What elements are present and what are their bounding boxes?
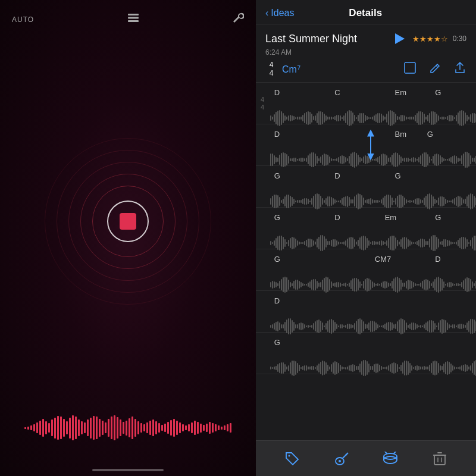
- track-row[interactable]: GCM7D: [256, 249, 476, 291]
- song-title: Last Summer Night: [265, 33, 357, 45]
- chevron-left-icon: ‹: [265, 8, 268, 18]
- track-content: GCM7D: [270, 252, 471, 288]
- time-signature: 4 4: [265, 61, 277, 77]
- wave-bar: [93, 416, 95, 440]
- wave-bar: [155, 421, 157, 434]
- wave-bar: [212, 423, 214, 433]
- duration-label: 0:30: [453, 35, 466, 43]
- wave-bar: [69, 418, 71, 439]
- wave-bar: [99, 419, 101, 437]
- wave-bar: [117, 417, 118, 439]
- track-row[interactable]: 44DCEmG: [256, 83, 476, 124]
- chord-label: C: [334, 88, 340, 97]
- record-icon: [120, 213, 136, 230]
- chord-label: D: [274, 88, 280, 97]
- wave-bar: [206, 424, 208, 432]
- wave-bar: [167, 422, 169, 434]
- track-waveform: [270, 359, 471, 377]
- wave-bar: [129, 418, 130, 437]
- drums-button[interactable]: [378, 447, 402, 471]
- wave-bar: [114, 415, 115, 440]
- chord-label: D: [274, 130, 280, 139]
- chord-label: G: [274, 255, 280, 264]
- svg-line-6: [342, 453, 348, 459]
- wave-bar: [179, 422, 181, 433]
- chord-label: Em: [385, 213, 397, 222]
- chord-label: Bm: [395, 130, 407, 139]
- wave-bar: [63, 419, 65, 437]
- left-waveform: [0, 409, 256, 476]
- wave-bar: [230, 423, 231, 433]
- chord-label: G: [435, 213, 441, 222]
- wave-bar: [197, 422, 199, 434]
- chord-label: G: [274, 338, 280, 347]
- menu-icon[interactable]: [127, 12, 140, 26]
- wave-bar: [170, 420, 172, 436]
- track-row[interactable]: GDG: [256, 166, 476, 208]
- left-panel: AUTO: [0, 0, 256, 476]
- chord-label: Em: [395, 88, 407, 97]
- song-title-row: Last Summer Night ★★★★☆ 0:30: [265, 30, 466, 47]
- wave-bar: [60, 416, 62, 439]
- star-rating: ★★★★☆: [412, 35, 448, 43]
- wave-bar: [215, 424, 217, 431]
- track-row[interactable]: GDEmG: [256, 208, 476, 249]
- share-icon[interactable]: [453, 61, 466, 77]
- wave-bar: [218, 425, 220, 430]
- time-sig-top: 4: [265, 61, 277, 69]
- edit-icon[interactable]: [428, 61, 441, 77]
- trash-button[interactable]: [428, 447, 452, 471]
- record-button[interactable]: [107, 201, 149, 242]
- bottom-toolbar: [256, 440, 476, 476]
- wave-bar: [30, 425, 32, 430]
- track-row[interactable]: D: [256, 291, 476, 333]
- wave-bar: [102, 421, 104, 435]
- wave-bar: [96, 416, 98, 439]
- wave-bar: [146, 422, 148, 433]
- control-icons: [403, 61, 466, 77]
- right-panel: ‹ Ideas Details Last Summer Night ★★★★☆ …: [256, 0, 476, 476]
- svg-rect-2: [128, 20, 139, 22]
- track-content: DBmG: [270, 127, 471, 163]
- top-bar: AUTO: [0, 0, 256, 33]
- wave-bar: [51, 419, 53, 436]
- track-row[interactable]: DBmG: [256, 124, 476, 166]
- chord-label: G: [274, 213, 280, 222]
- song-meta-row: 6:24 AM: [265, 48, 466, 57]
- play-button[interactable]: [391, 30, 408, 47]
- wave-bar: [123, 422, 124, 434]
- chord-label: D: [334, 213, 340, 222]
- wave-bar: [191, 422, 193, 433]
- svg-point-8: [339, 460, 341, 462]
- wave-bar: [33, 424, 35, 431]
- wave-bar: [90, 418, 92, 439]
- wave-bar: [137, 421, 139, 434]
- wave-bar: [161, 425, 163, 431]
- wave-bar: [134, 419, 136, 437]
- key-label[interactable]: Cm⁷: [282, 64, 300, 75]
- wave-bar: [36, 422, 38, 433]
- track-row[interactable]: G: [256, 333, 476, 374]
- settings-icon[interactable]: [232, 12, 244, 27]
- track-content: D: [270, 294, 471, 330]
- wave-bar: [203, 425, 205, 431]
- chord-label: G: [435, 88, 441, 97]
- pitch-dot-top: [367, 130, 374, 137]
- guitar-button[interactable]: [330, 447, 353, 471]
- wave-bar: [227, 424, 228, 431]
- time-sig-bottom: 4: [265, 70, 277, 77]
- song-time: 6:24 AM: [265, 48, 292, 57]
- wave-bar: [24, 427, 26, 429]
- wave-bar: [209, 422, 211, 434]
- wave-bar: [105, 422, 107, 433]
- record-area: [45, 33, 211, 409]
- wave-bar: [188, 424, 190, 431]
- wave-bar: [143, 424, 145, 431]
- back-button[interactable]: ‹ Ideas: [265, 8, 294, 18]
- loop-icon[interactable]: [403, 61, 416, 77]
- wave-bar: [224, 425, 226, 430]
- tag-button[interactable]: [280, 447, 304, 471]
- chord-label: CM7: [375, 255, 391, 264]
- wave-bar: [111, 416, 112, 439]
- wave-bar: [152, 419, 154, 436]
